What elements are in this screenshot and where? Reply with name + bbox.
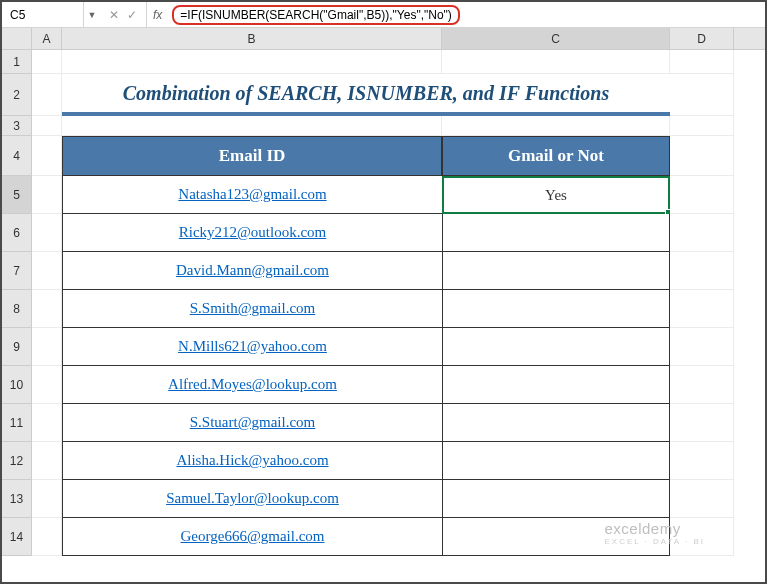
cell-D1[interactable]: [670, 50, 734, 74]
email-link[interactable]: S.Smith@gmail.com: [190, 300, 316, 317]
cell-C10[interactable]: [442, 366, 670, 404]
cell-B13[interactable]: Samuel.Taylor@lookup.com: [62, 480, 442, 518]
cell-D3[interactable]: [670, 116, 734, 136]
row-header-9[interactable]: 9: [2, 328, 32, 366]
cell-A7[interactable]: [32, 252, 62, 290]
cell-D9[interactable]: [670, 328, 734, 366]
cell-B14[interactable]: George666@gmail.com: [62, 518, 442, 556]
email-link[interactable]: S.Stuart@gmail.com: [190, 414, 315, 431]
row-8: 8S.Smith@gmail.com: [2, 290, 765, 328]
name-box-dropdown-icon[interactable]: ▼: [84, 10, 100, 20]
email-link[interactable]: Natasha123@gmail.com: [178, 186, 326, 203]
cell-A13[interactable]: [32, 480, 62, 518]
col-header-A[interactable]: A: [32, 28, 62, 49]
cell-C6[interactable]: [442, 214, 670, 252]
select-all-corner[interactable]: [2, 28, 32, 49]
cell-C13[interactable]: [442, 480, 670, 518]
cell-B1[interactable]: [62, 50, 442, 74]
row-header-12[interactable]: 12: [2, 442, 32, 480]
cell-C3[interactable]: [442, 116, 670, 136]
cancel-icon[interactable]: ✕: [106, 8, 122, 22]
cell-A10[interactable]: [32, 366, 62, 404]
row-header-4[interactable]: 4: [2, 136, 32, 176]
cell-A8[interactable]: [32, 290, 62, 328]
email-link[interactable]: Samuel.Taylor@lookup.com: [166, 490, 339, 507]
cell-D10[interactable]: [670, 366, 734, 404]
row-9: 9N.Mills621@yahoo.com: [2, 328, 765, 366]
col-header-B[interactable]: B: [62, 28, 442, 49]
col-header-C[interactable]: C: [442, 28, 670, 49]
column-headers: A B C D: [2, 28, 765, 50]
cell-A12[interactable]: [32, 442, 62, 480]
row-10: 10Alfred.Moyes@lookup.com: [2, 366, 765, 404]
cell-D14[interactable]: [670, 518, 734, 556]
cell-C9[interactable]: [442, 328, 670, 366]
cell-D2[interactable]: [670, 74, 734, 116]
cell-A3[interactable]: [32, 116, 62, 136]
cell-D13[interactable]: [670, 480, 734, 518]
cell-C8[interactable]: [442, 290, 670, 328]
name-box[interactable]: C5: [2, 2, 84, 27]
cell-B9[interactable]: N.Mills621@yahoo.com: [62, 328, 442, 366]
header-email-id[interactable]: Email ID: [62, 136, 442, 176]
cell-C14[interactable]: [442, 518, 670, 556]
cell-A1[interactable]: [32, 50, 62, 74]
cell-C12[interactable]: [442, 442, 670, 480]
cell-A6[interactable]: [32, 214, 62, 252]
cell-B7[interactable]: David.Mann@gmail.com: [62, 252, 442, 290]
header-gmail-or-not[interactable]: Gmail or Not: [442, 136, 670, 176]
email-link[interactable]: David.Mann@gmail.com: [176, 262, 329, 279]
cell-A4[interactable]: [32, 136, 62, 176]
cell-B3[interactable]: [62, 116, 442, 136]
row-header-14[interactable]: 14: [2, 518, 32, 556]
cell-C5[interactable]: Yes: [442, 176, 670, 214]
rows-container: 1 2 Combination of SEARCH, ISNUMBER, and…: [2, 50, 765, 556]
row-header-3[interactable]: 3: [2, 116, 32, 136]
cell-D4[interactable]: [670, 136, 734, 176]
cell-B6[interactable]: Ricky212@outlook.com: [62, 214, 442, 252]
email-link[interactable]: N.Mills621@yahoo.com: [178, 338, 327, 355]
row-12: 12Alisha.Hick@yahoo.com: [2, 442, 765, 480]
row-header-7[interactable]: 7: [2, 252, 32, 290]
col-header-D[interactable]: D: [670, 28, 734, 49]
email-link[interactable]: Alisha.Hick@yahoo.com: [176, 452, 328, 469]
cell-D6[interactable]: [670, 214, 734, 252]
cell-C7[interactable]: [442, 252, 670, 290]
cell-B11[interactable]: S.Stuart@gmail.com: [62, 404, 442, 442]
fx-icon[interactable]: fx: [147, 8, 168, 22]
cell-C1[interactable]: [442, 50, 670, 74]
enter-icon[interactable]: ✓: [124, 8, 140, 22]
row-header-11[interactable]: 11: [2, 404, 32, 442]
formula-input[interactable]: =IF(ISNUMBER(SEARCH("Gmail",B5)),"Yes","…: [168, 2, 765, 27]
cell-B5[interactable]: Natasha123@gmail.com: [62, 176, 442, 214]
cell-D11[interactable]: [670, 404, 734, 442]
cell-A11[interactable]: [32, 404, 62, 442]
email-link[interactable]: Ricky212@outlook.com: [179, 224, 327, 241]
cell-C11[interactable]: [442, 404, 670, 442]
row-header-1[interactable]: 1: [2, 50, 32, 74]
cell-B8[interactable]: S.Smith@gmail.com: [62, 290, 442, 328]
row-header-13[interactable]: 13: [2, 480, 32, 518]
cell-D8[interactable]: [670, 290, 734, 328]
cell-D5[interactable]: [670, 176, 734, 214]
formula-bar: C5 ▼ ✕ ✓ fx =IF(ISNUMBER(SEARCH("Gmail",…: [2, 2, 765, 28]
cell-B12[interactable]: Alisha.Hick@yahoo.com: [62, 442, 442, 480]
row-header-8[interactable]: 8: [2, 290, 32, 328]
row-6: 6Ricky212@outlook.com: [2, 214, 765, 252]
cell-B10[interactable]: Alfred.Moyes@lookup.com: [62, 366, 442, 404]
title-cell[interactable]: Combination of SEARCH, ISNUMBER, and IF …: [62, 74, 670, 116]
cell-A14[interactable]: [32, 518, 62, 556]
cell-A9[interactable]: [32, 328, 62, 366]
row-11: 11S.Stuart@gmail.com: [2, 404, 765, 442]
cell-A5[interactable]: [32, 176, 62, 214]
email-link[interactable]: Alfred.Moyes@lookup.com: [168, 376, 337, 393]
cell-D12[interactable]: [670, 442, 734, 480]
row-header-10[interactable]: 10: [2, 366, 32, 404]
row-header-6[interactable]: 6: [2, 214, 32, 252]
cell-D7[interactable]: [670, 252, 734, 290]
row-header-2[interactable]: 2: [2, 74, 32, 116]
email-link[interactable]: George666@gmail.com: [181, 528, 325, 545]
cell-A2[interactable]: [32, 74, 62, 116]
row-header-5[interactable]: 5: [2, 176, 32, 214]
row-1: 1: [2, 50, 765, 74]
